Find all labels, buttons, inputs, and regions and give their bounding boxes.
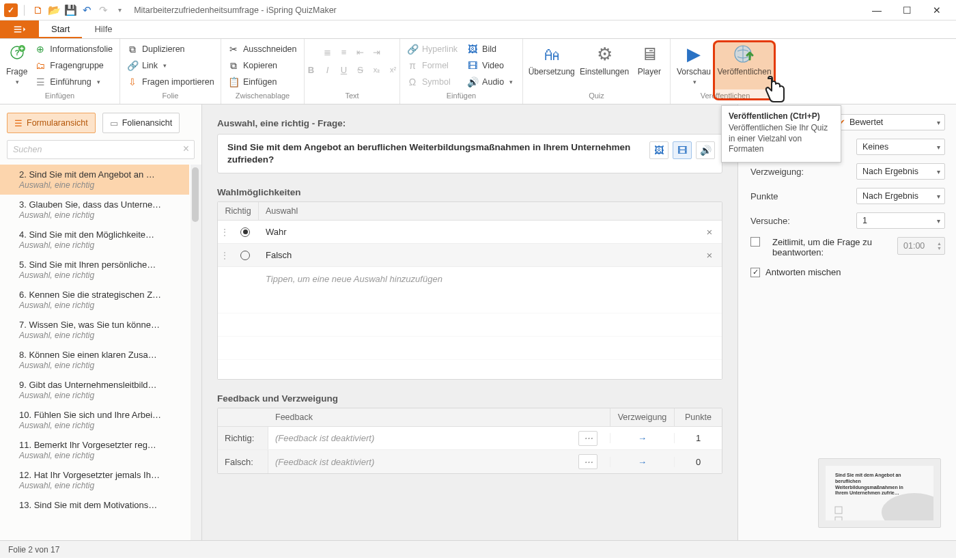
image-button[interactable]: 🖼Bild xyxy=(464,42,516,57)
drag-handle-icon[interactable]: ⋮ xyxy=(218,250,231,261)
italic-icon[interactable]: I xyxy=(320,62,335,77)
import-questions-button[interactable]: ⇩Fragen importieren xyxy=(124,74,217,89)
search-input[interactable] xyxy=(7,140,195,159)
duplicate-button[interactable]: ⧉Duplizieren xyxy=(124,42,217,57)
open-file-icon[interactable]: 📂 xyxy=(48,4,60,16)
translation-button[interactable]: 🗛 Übersetzung xyxy=(527,42,576,89)
question-type-select[interactable]: ✔Bewertet ▾ xyxy=(832,114,945,130)
bold-icon[interactable]: B xyxy=(304,62,319,77)
list-item[interactable]: 6. Kennen Sie die strategischen Z…Auswah… xyxy=(0,285,189,315)
correct-radio[interactable] xyxy=(240,227,250,237)
points-select[interactable]: Nach Ergebnis▾ xyxy=(856,188,945,204)
video-button[interactable]: 🎞Video xyxy=(464,58,516,73)
info-slide-button[interactable]: ⊕Informationsfolie xyxy=(32,42,115,57)
copy-button[interactable]: ⧉Kopieren xyxy=(225,58,300,73)
feedback-disabled-text[interactable]: (Feedback ist deaktiviert) xyxy=(275,433,374,443)
tab-start[interactable]: Start xyxy=(39,20,82,38)
plus-circle-icon: ? xyxy=(6,43,28,65)
drag-handle-icon[interactable]: ⋮ xyxy=(218,227,231,238)
cut-button[interactable]: ✂Ausschneiden xyxy=(225,42,300,57)
list-item[interactable]: 10. Fühlen Sie sich und Ihre Arbei…Auswa… xyxy=(0,405,189,435)
superscript-icon[interactable]: x² xyxy=(386,62,401,77)
group-label: Veröffentlichen xyxy=(675,92,776,104)
list-item[interactable]: 9. Gibt das Unternehmensleitbild…Auswahl… xyxy=(0,375,189,405)
paste-button[interactable]: 📋Einfügen xyxy=(225,74,300,89)
audio-button[interactable]: 🔊Audio▾ xyxy=(464,74,516,89)
add-question-button[interactable]: ? Frage ▾ xyxy=(4,42,29,89)
feedback-select[interactable]: Keines▾ xyxy=(856,139,945,155)
slide-view-button[interactable]: ▭ Folienansicht xyxy=(102,113,180,133)
numbered-list-icon[interactable]: ≡ xyxy=(337,44,352,59)
close-button[interactable]: ✕ xyxy=(922,0,952,20)
new-file-icon[interactable]: 🗋 xyxy=(31,4,44,16)
preview-button[interactable]: ▶ Vorschau ▾ xyxy=(675,42,713,89)
question-text-box[interactable]: Sind Sie mit dem Angebot an beruflichen … xyxy=(217,134,722,173)
feedback-disabled-text[interactable]: (Feedback ist deaktiviert) xyxy=(275,457,374,467)
branch-arrow-icon[interactable]: → xyxy=(638,457,647,467)
tab-help[interactable]: Hilfe xyxy=(82,20,124,38)
feedback-more-button[interactable]: ⋯ xyxy=(578,431,598,446)
choice-text[interactable]: Wahr xyxy=(259,227,697,237)
underline-icon[interactable]: U xyxy=(337,62,352,77)
attempts-select[interactable]: 1▾ xyxy=(856,212,945,229)
question-group-button[interactable]: 🗂Fragengruppe xyxy=(32,58,115,73)
indent-icon[interactable]: ⇥ xyxy=(369,44,384,59)
add-audio-button[interactable]: 🔊 xyxy=(696,141,715,159)
feedback-more-button[interactable]: ⋯ xyxy=(578,454,598,469)
minimize-button[interactable]: — xyxy=(862,0,892,20)
add-video-button[interactable]: 🎞 xyxy=(673,141,692,159)
add-image-button[interactable]: 🖼 xyxy=(649,141,669,159)
list-item[interactable]: 12. Hat Ihr Vorgesetzter jemals Ih…Auswa… xyxy=(0,465,189,495)
audio-icon: 🔊 xyxy=(467,76,478,87)
correct-radio[interactable] xyxy=(240,251,250,260)
branching-select[interactable]: Nach Ergebnis▾ xyxy=(856,163,945,180)
bullets-icon[interactable]: ≣ xyxy=(320,44,335,59)
maximize-button[interactable]: ☐ xyxy=(892,0,922,20)
redo-icon[interactable]: ↷ xyxy=(97,4,109,16)
list-item[interactable]: 4. Sind Sie mit den Möglichkeite…Auswahl… xyxy=(0,225,189,255)
hyperlink-button[interactable]: 🔗Hyperlink xyxy=(404,42,460,57)
settings-button[interactable]: ⚙ Einstellungen xyxy=(578,42,630,89)
link-button[interactable]: 🔗Link▾ xyxy=(124,58,217,73)
slide-thumbnail[interactable]: Sind Sie mit dem Angebot an beruflichen … xyxy=(818,458,941,528)
undo-icon[interactable]: ↶ xyxy=(81,4,93,16)
file-tab[interactable] xyxy=(0,20,39,38)
list-item[interactable]: 5. Sind Sie mit Ihren persönliche…Auswah… xyxy=(0,255,189,285)
player-button[interactable]: 🖥 Player xyxy=(633,42,666,89)
list-item[interactable]: 8. Können Sie einen klaren Zusa…Auswahl,… xyxy=(0,345,189,375)
delete-choice-icon[interactable]: × xyxy=(697,226,722,238)
save-icon[interactable]: 💾 xyxy=(64,4,76,16)
points-value[interactable]: 0 xyxy=(674,457,722,467)
list-item[interactable]: 3. Glauben Sie, dass das Unterne…Auswahl… xyxy=(0,195,189,225)
subscript-icon[interactable]: x₂ xyxy=(369,62,384,77)
outdent-icon[interactable]: ⇤ xyxy=(353,44,368,59)
intro-button[interactable]: ☰Einführung▾ xyxy=(32,74,115,89)
list-item[interactable]: 11. Bemerkt Ihr Vorgesetzter reg…Auswahl… xyxy=(0,435,189,465)
video-icon: 🎞 xyxy=(677,145,687,156)
branch-arrow-icon[interactable]: → xyxy=(638,433,647,443)
svg-rect-8 xyxy=(835,507,842,514)
symbol-button[interactable]: ΩSymbol xyxy=(404,74,460,89)
delete-choice-icon[interactable]: × xyxy=(697,249,722,261)
strike-icon[interactable]: S xyxy=(353,62,368,77)
choice-row[interactable]: ⋮ Falsch × xyxy=(218,244,722,267)
choice-text[interactable]: Falsch xyxy=(259,250,697,260)
list-item[interactable]: 13. Sind Sie mit dem Motivations… xyxy=(0,495,189,515)
col-points: Punkte xyxy=(674,408,722,426)
form-view-button[interactable]: ☰ Formularansicht xyxy=(7,113,96,133)
timelimit-input[interactable]: 01:00▲▼ xyxy=(897,237,945,255)
list-item-type: Auswahl, eine richtig xyxy=(19,240,182,250)
scrollbar-thumb[interactable] xyxy=(192,167,199,222)
qat-customize-icon[interactable]: ▾ xyxy=(113,4,126,16)
timelimit-checkbox[interactable] xyxy=(750,237,760,247)
list-item[interactable]: 7. Wissen Sie, was Sie tun könne…Auswahl… xyxy=(0,315,189,345)
formula-button[interactable]: πFormel xyxy=(404,58,460,73)
list-item[interactable]: 2. Sind Sie mit dem Angebot an …Auswahl,… xyxy=(0,165,189,195)
add-choice-placeholder[interactable]: Tippen, um eine neue Auswahl hinzuzufüge… xyxy=(218,267,722,290)
choice-row[interactable]: ⋮ Wahr × xyxy=(218,221,722,244)
properties-pane: Fragenart: ✔Bewertet ▾ Feedback: Keines▾… xyxy=(737,104,956,540)
shuffle-checkbox[interactable] xyxy=(750,268,760,277)
prop-label-branching: Verzweigung: xyxy=(750,167,856,177)
spinner-icon[interactable]: ▲▼ xyxy=(937,241,942,251)
points-value[interactable]: 1 xyxy=(674,433,722,443)
